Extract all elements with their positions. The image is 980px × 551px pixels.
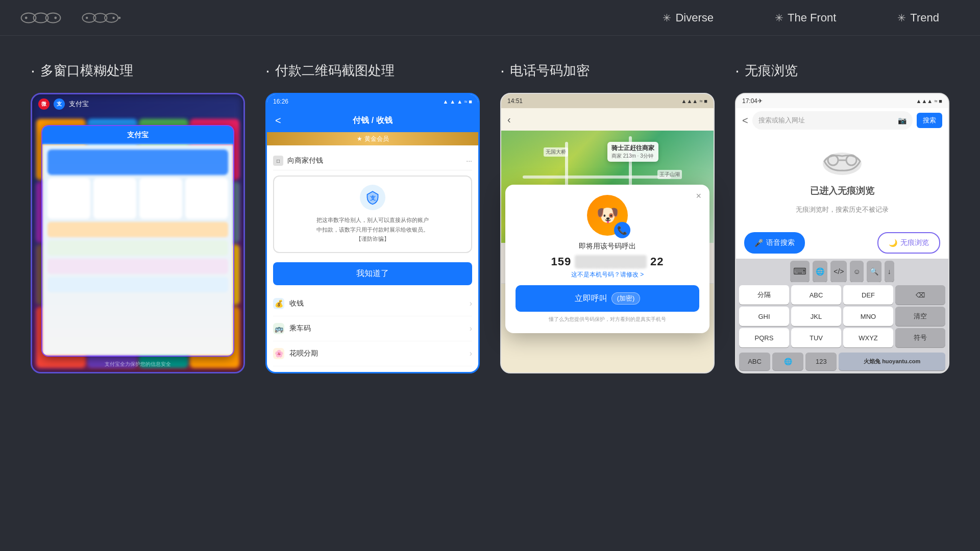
key-symbols[interactable]: 符号	[895, 328, 945, 347]
qr-shield-icon: 支	[360, 185, 385, 210]
menu-item-shoukuan[interactable]: 💰 收钱 ›	[273, 291, 472, 316]
phone3-outer: 14:51 ▲▲▲ ≈ ■ ‹ 无国大桥	[500, 93, 715, 373]
key-tuv[interactable]: TUV	[791, 328, 841, 347]
phone4-time: 17:04	[742, 97, 757, 105]
call-label: 即将用该号码呼出	[516, 242, 699, 251]
keyboard-bottom-row: ABC 🌐 123 火焰兔 huoyantu.com	[736, 350, 948, 372]
huabei-icon: 🌸	[273, 348, 284, 359]
main-content: 多窗口模糊处理 微 支 支付宝	[0, 36, 980, 389]
key-search-kbd[interactable]: 🔍	[867, 261, 881, 282]
key-mno[interactable]: MNO	[843, 307, 893, 326]
nav-trend-label: Trend	[910, 11, 939, 24]
feature-incognito: 无痕浏览 17:04 ✈ ▲▲▲ ≈ ■ < 搜索或输入网址 📷 搜索	[735, 61, 949, 373]
phone2-time: 16:26	[273, 98, 288, 105]
key-code-kbd[interactable]: </>	[830, 261, 847, 282]
merchant-header: □ 向商家付钱 ···	[273, 152, 472, 170]
camera-icon: 📷	[898, 116, 906, 124]
mic-icon: 🎤	[754, 239, 763, 247]
search-button[interactable]: 搜索	[917, 113, 942, 128]
phone-num-start: 159	[551, 255, 571, 268]
key-globe-bottom[interactable]: 🌐	[772, 353, 803, 370]
map-road-h1	[523, 176, 671, 179]
feature-title-text-2: 付款二维码截图处理	[275, 62, 395, 80]
yibao-icon: 🏥	[273, 373, 284, 373]
delivery-status-text: 骑士正赶往商家	[611, 144, 654, 153]
key-pqrs[interactable]: PQRS	[739, 328, 789, 347]
phone2-gold-label: 黄金会员	[364, 135, 389, 143]
menu-item-huabei[interactable]: 🌸 花呗分期 ›	[273, 341, 472, 366]
phone1-bottom-text: 支付宝全力保护您的信息安全	[32, 361, 243, 368]
dog-icon: 🐶 📞	[587, 195, 628, 236]
delivery-status-box: 骑士正赶往商家 商家 213m · 3分钟	[607, 142, 658, 162]
header: ✳ Diverse ✳ The Front ✳ Trend	[0, 0, 980, 36]
phone2-nav: < 付钱 / 收钱	[267, 109, 478, 132]
phone3-time: 14:51	[507, 97, 523, 105]
key-backspace[interactable]: ⌫	[895, 285, 945, 305]
star-icon-trend: ✳	[897, 12, 906, 24]
delivery-distance: 商家 213m · 3分钟	[611, 153, 654, 160]
key-clear[interactable]: 清空	[895, 307, 945, 326]
key-watermark: 火焰兔 huoyantu.com	[839, 353, 945, 370]
call-encrypted-btn[interactable]: 立即呼叫 (加密)	[516, 285, 699, 312]
qr-text-3: 【谨防诈骗】	[356, 236, 389, 242]
dialog-close-btn[interactable]: ×	[696, 191, 701, 202]
key-ghi[interactable]: GHI	[739, 307, 789, 326]
key-sep[interactable]: 分隔	[739, 285, 789, 305]
phone3-back-btn[interactable]: ‹	[507, 114, 511, 126]
phone1-top-label: 微 支 支付宝	[38, 98, 89, 110]
qr-code-box: 支 把这串数字给别人，别人可以直接从你的账户 中扣款，该数字只用于付款时展示给收…	[273, 176, 472, 253]
key-123-bottom[interactable]: 123	[805, 353, 837, 370]
feature-title-1: 多窗口模糊处理	[31, 61, 245, 80]
key-emoji-face[interactable]: ☺	[850, 261, 863, 282]
merchant-title: 向商家付钱	[287, 156, 323, 165]
key-globe-kbd[interactable]: 🌐	[813, 261, 827, 282]
nav-diverse-label: Diverse	[675, 11, 714, 24]
logo-primary	[20, 8, 61, 28]
star-icon-front: ✳	[775, 12, 783, 24]
feature-title-text-1: 多窗口模糊处理	[40, 62, 133, 80]
key-abc-bottom[interactable]: ABC	[739, 353, 770, 370]
know-button[interactable]: 我知道了	[273, 262, 472, 285]
voice-btn-text: 语音搜索	[766, 238, 795, 247]
phone4-nav: < 搜索或输入网址 📷 搜索	[736, 108, 948, 133]
phone2-signals: ▲ ▲ ▲ ≈ ■	[443, 98, 472, 105]
key-jkl[interactable]: JKL	[791, 307, 841, 326]
incognito-toggle-button[interactable]: 🌙 无痕浏览	[877, 232, 940, 254]
mask-svg-icon	[822, 146, 863, 177]
feature-title-3: 电话号码加密	[500, 61, 715, 80]
nav-front[interactable]: ✳ The Front	[775, 11, 836, 24]
weibo-icon: 微	[38, 98, 50, 110]
voice-search-button[interactable]: 🎤 语音搜索	[744, 232, 805, 254]
phone4-search-bar[interactable]: 搜索或输入网址 📷	[752, 111, 913, 130]
phone1-front-window: 支付宝	[41, 125, 234, 357]
alipay-header: 支付宝	[42, 126, 233, 144]
phone2-back-btn[interactable]: <	[275, 115, 281, 127]
qr-text-1: 把这串数字给别人，别人可以直接从你的账户	[316, 217, 429, 223]
phone2-menu-list: 💰 收钱 › 🚌 乘车码 › 🌸 花呗分期 ›	[267, 291, 478, 373]
key-wxyz[interactable]: WXYZ	[843, 328, 893, 347]
menu-item-yibao[interactable]: 🏥 医保码 ›	[273, 366, 472, 373]
bus-icon: 🚌	[273, 323, 284, 334]
key-down-arrow[interactable]: ↓	[885, 261, 894, 282]
nav-trend[interactable]: ✳ Trend	[897, 11, 939, 24]
alipay-icon: 支	[54, 98, 65, 110]
encrypted-badge: (加密)	[611, 292, 641, 305]
incognito-mode-title: 已进入无痕浏览	[810, 185, 874, 197]
key-emoji-kbd[interactable]: ⌨	[790, 261, 810, 282]
feature-multi-window: 多窗口模糊处理 微 支 支付宝	[31, 61, 245, 373]
menu-arrow-2: ›	[470, 324, 472, 333]
change-number-link[interactable]: 这不是本机号码？请修改 >	[516, 270, 699, 279]
nav-diverse[interactable]: ✳ Diverse	[663, 11, 714, 24]
key-def[interactable]: DEF	[843, 285, 893, 305]
key-abc[interactable]: ABC	[791, 285, 841, 305]
phone2-nav-title: 付钱 / 收钱	[353, 115, 392, 126]
svg-point-3	[25, 16, 28, 19]
menu-item-bus[interactable]: 🚌 乘车码 ›	[273, 316, 472, 341]
phone3-nav: ‹	[501, 108, 714, 131]
phone1-mockup: 微 支 支付宝	[31, 93, 245, 373]
phone4-status-bar: 17:04 ✈ ▲▲▲ ≈ ■	[736, 94, 948, 108]
phone4-location-icon: ✈	[757, 97, 763, 105]
phone4-back-btn[interactable]: <	[742, 115, 748, 127]
feature-title-text-4: 无痕浏览	[745, 62, 798, 80]
logo-secondary	[82, 8, 122, 28]
